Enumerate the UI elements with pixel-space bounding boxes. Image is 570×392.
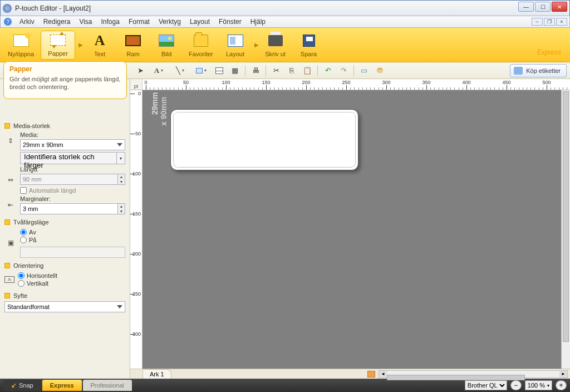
- pointer-tool[interactable]: ➤: [134, 65, 147, 77]
- maximize-button[interactable]: ☐: [535, 2, 551, 12]
- label-canvas[interactable]: [170, 109, 358, 170]
- menu-format[interactable]: Format: [124, 17, 154, 27]
- print-button[interactable]: Skriv ut: [260, 32, 291, 60]
- mode-professional-tab[interactable]: Professional: [83, 380, 132, 391]
- separator: [266, 65, 266, 76]
- print-label: Skriv ut: [265, 51, 286, 57]
- length-label: Längd:: [20, 166, 125, 173]
- vertical-label: Vertikalt: [27, 280, 48, 287]
- text-tool[interactable]: A: [149, 65, 168, 77]
- twocolor-icon: ▣: [4, 238, 17, 247]
- sheet-tab[interactable]: Ark 1: [142, 369, 171, 379]
- menu-fonster[interactable]: Fönster: [214, 17, 246, 27]
- mdi-minimize-button[interactable]: –: [532, 18, 543, 26]
- close-button[interactable]: ✕: [552, 2, 567, 12]
- vertical-ruler: 050100150200250300: [130, 90, 142, 369]
- menu-redigera[interactable]: Redigera: [39, 17, 75, 27]
- horizontal-ruler: pt 050100150200250300350400450500: [130, 79, 570, 90]
- help-icon[interactable]: ?: [4, 18, 12, 26]
- menu-layout[interactable]: Layout: [185, 17, 214, 27]
- menu-visa[interactable]: Visa: [75, 17, 96, 27]
- horizontal-scrollbar[interactable]: ◄ ►: [379, 370, 568, 378]
- layout-button[interactable]: Layout: [220, 32, 251, 60]
- section-icon: [4, 123, 10, 129]
- undo-button[interactable]: ↶: [321, 65, 335, 77]
- favorites-button[interactable]: Favoriter: [184, 32, 217, 60]
- ribbon-toolbar: Ny/öppna Papper ▶ A Text Ram Bild Favori…: [0, 28, 570, 62]
- section-label: Tvåfärgsläge: [13, 219, 49, 226]
- paste-tool[interactable]: 📋: [301, 65, 314, 77]
- save-button[interactable]: Spara: [293, 32, 325, 60]
- on-label: På: [29, 237, 36, 243]
- auto-length-checkbox[interactable]: Automatisk längd: [20, 187, 125, 194]
- scroll-right-icon[interactable]: ►: [559, 371, 567, 378]
- title-bar: P-touch Editor - [Layout2] — ☐ ✕: [0, 0, 570, 16]
- margins-label: Marginaler:: [20, 195, 125, 202]
- zoom-in-button[interactable]: +: [556, 380, 567, 390]
- mode-snap-tab[interactable]: Snap: [3, 380, 41, 391]
- table-tool[interactable]: [213, 65, 226, 77]
- menu-verktyg[interactable]: Verktyg: [154, 17, 185, 27]
- shape-tool[interactable]: [191, 65, 210, 77]
- layout-label: Layout: [226, 51, 244, 57]
- canvas[interactable]: 29mm x 90mm: [142, 90, 570, 369]
- zoom-value[interactable]: 100 %: [525, 380, 552, 390]
- text-button[interactable]: A Text: [84, 32, 115, 60]
- orient-vertical-radio[interactable]: Vertikalt: [18, 280, 125, 287]
- section-icon: [4, 293, 10, 298]
- printer-select[interactable]: Brother QL: [465, 380, 507, 390]
- line-tool[interactable]: ╲: [170, 65, 189, 77]
- menu-hjalp[interactable]: Hjälp: [246, 17, 270, 27]
- section-orientation: Orientering: [4, 262, 125, 269]
- margins-input[interactable]: [20, 203, 118, 214]
- mode-express-tab[interactable]: Express: [42, 380, 82, 391]
- purpose-select[interactable]: Standardformat: [4, 301, 125, 312]
- twocolor-on-radio[interactable]: På: [20, 237, 125, 243]
- label-dimension-1: 29mm: [150, 90, 159, 115]
- length-icon: ⇔: [4, 175, 17, 184]
- vertical-scrollbar[interactable]: [561, 90, 570, 369]
- professional-label: Professional: [91, 382, 125, 389]
- ribbon-arrow-icon: ▶: [77, 30, 84, 60]
- menu-infoga[interactable]: Infoga: [97, 17, 124, 27]
- menu-arkiv[interactable]: Arkiv: [15, 17, 39, 27]
- twocolor-off-radio[interactable]: Av: [20, 229, 125, 236]
- screenshot-tool[interactable]: ▦: [228, 65, 242, 77]
- print-icon: [268, 35, 283, 46]
- sheet-options-icon[interactable]: [367, 371, 375, 378]
- zoom-out-button[interactable]: −: [510, 380, 522, 390]
- buy-labels-button[interactable]: Köp etiketter: [510, 64, 567, 77]
- length-stepper[interactable]: ▲▼: [118, 174, 125, 185]
- new-open-button[interactable]: Ny/öppna: [3, 32, 38, 60]
- scroll-left-icon[interactable]: ◄: [379, 371, 387, 378]
- info-panel: Papper Gör det möjligt att ange papperet…: [3, 61, 127, 99]
- media-select[interactable]: 29mm x 90mm: [20, 139, 125, 150]
- redo-button[interactable]: ↷: [337, 65, 350, 77]
- properties-tool[interactable]: ▭: [357, 65, 371, 77]
- print-tool[interactable]: 🖶: [249, 65, 262, 77]
- section-twocolor: Tvåfärgsläge: [4, 219, 125, 226]
- cut-tool[interactable]: ✂: [269, 65, 283, 77]
- paper-label: Papper: [48, 50, 67, 57]
- folder-icon: [194, 35, 208, 47]
- length-input[interactable]: [20, 174, 118, 185]
- frame-label: Ram: [126, 51, 139, 57]
- minimize-button[interactable]: —: [518, 2, 534, 12]
- new-open-icon: [13, 35, 29, 47]
- favorites-label: Favoriter: [189, 51, 213, 57]
- zoom-label: 100 %: [528, 382, 545, 389]
- copy-tool[interactable]: ⎘: [285, 65, 298, 77]
- mdi-restore-button[interactable]: ❐: [544, 18, 555, 26]
- database-tool[interactable]: ⛃: [373, 65, 386, 77]
- orient-horizontal-radio[interactable]: Horisontellt: [18, 272, 125, 279]
- mdi-close-button[interactable]: ×: [556, 18, 567, 26]
- margins-stepper[interactable]: ▲▼: [118, 203, 125, 214]
- identify-button[interactable]: Identifiera storlek och färger: [20, 152, 117, 164]
- paper-button[interactable]: Papper: [41, 31, 75, 60]
- section-label: Media-storlek: [13, 122, 50, 129]
- snap-label: Snap: [19, 382, 33, 389]
- identify-dropdown[interactable]: ▾: [117, 152, 125, 164]
- frame-button[interactable]: Ram: [117, 32, 149, 60]
- window-title: P-touch Editor - [Layout2]: [15, 4, 91, 12]
- image-button[interactable]: Bild: [151, 32, 182, 60]
